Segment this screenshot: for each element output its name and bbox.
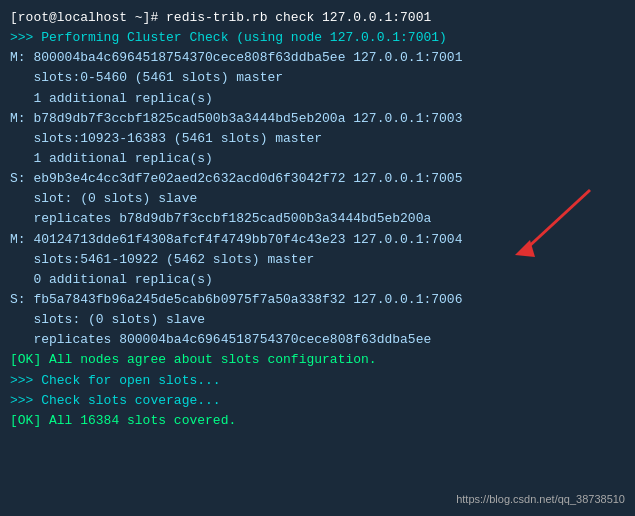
line-19: >>> Check for open slots... (10, 371, 625, 391)
line-3: M: 800004ba4c6964518754370cece808f63ddba… (10, 48, 625, 68)
line-21: [OK] All 16384 slots covered. (10, 411, 625, 431)
line-16: slots: (0 slots) slave (10, 310, 625, 330)
line-10: slot: (0 slots) slave (10, 189, 625, 209)
line-6: M: b78d9db7f3ccbf1825cad500b3a3444bd5eb2… (10, 109, 625, 129)
line-1: [root@localhost ~]# redis-trib.rb check … (10, 8, 625, 28)
line-5: 1 additional replica(s) (10, 89, 625, 109)
line-15: S: fb5a7843fb96a245de5cab6b0975f7a50a338… (10, 290, 625, 310)
line-13: slots:5461-10922 (5462 slots) master (10, 250, 625, 270)
line-9: S: eb9b3e4c4cc3df7e02aed2c632acd0d6f3042… (10, 169, 625, 189)
line-2: >>> Performing Cluster Check (using node… (10, 28, 625, 48)
line-14: 0 additional replica(s) (10, 270, 625, 290)
line-20: >>> Check slots coverage... (10, 391, 625, 411)
line-17: replicates 800004ba4c6964518754370cece80… (10, 330, 625, 350)
line-7: slots:10923-16383 (5461 slots) master (10, 129, 625, 149)
line-18: [OK] All nodes agree about slots configu… (10, 350, 625, 370)
terminal-window: [root@localhost ~]# redis-trib.rb check … (0, 0, 635, 516)
line-11: replicates b78d9db7f3ccbf1825cad500b3a34… (10, 209, 625, 229)
line-4: slots:0-5460 (5461 slots) master (10, 68, 625, 88)
line-12: M: 40124713dde61f4308afcf4f4749bb70f4c43… (10, 230, 625, 250)
line-8: 1 additional replica(s) (10, 149, 625, 169)
watermark: https://blog.csdn.net/qq_38738510 (456, 491, 625, 508)
